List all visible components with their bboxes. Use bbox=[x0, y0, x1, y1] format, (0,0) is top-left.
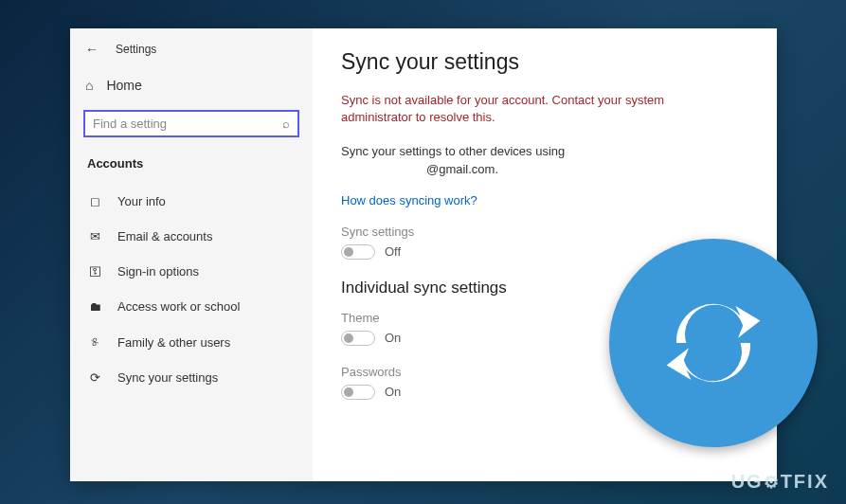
sidebar-item-email-accounts[interactable]: ✉ Email & accounts bbox=[70, 219, 313, 254]
sidebar-item-signin-options[interactable]: ⚿ Sign-in options bbox=[70, 254, 313, 289]
sidebar-item-access-work[interactable]: 🖿 Access work or school bbox=[70, 289, 313, 324]
sidebar-item-your-info[interactable]: ◻ Your info bbox=[70, 184, 313, 219]
search-box[interactable]: ⌕ bbox=[83, 110, 299, 137]
sidebar-item-sync-settings[interactable]: ⟳ Sync your settings bbox=[70, 360, 313, 395]
desc-line1: Sync your settings to other devices usin… bbox=[341, 144, 565, 158]
app-title: Settings bbox=[116, 43, 156, 56]
home-icon: ⌂ bbox=[85, 78, 93, 93]
sync-settings-toggle[interactable] bbox=[341, 244, 375, 260]
nav-label: Your info bbox=[117, 194, 166, 208]
nav-label: Sync your settings bbox=[117, 370, 218, 385]
sidebar-item-family[interactable]: ୫ Family & other users bbox=[70, 324, 313, 360]
error-message: Sync is not available for your account. … bbox=[341, 92, 701, 126]
search-input[interactable] bbox=[93, 117, 261, 131]
sync-arrows-icon bbox=[652, 281, 775, 405]
header-row: ← Settings bbox=[70, 28, 313, 68]
nav-label: Sign-in options bbox=[117, 264, 199, 279]
family-icon: ୫ bbox=[87, 334, 102, 350]
passwords-toggle[interactable] bbox=[341, 385, 375, 400]
passwords-state: On bbox=[385, 385, 401, 399]
sync-badge-overlay bbox=[609, 239, 818, 447]
theme-state: On bbox=[385, 331, 401, 345]
home-label: Home bbox=[106, 78, 141, 93]
how-syncing-works-link[interactable]: How does syncing work? bbox=[341, 193, 748, 207]
back-arrow-icon[interactable]: ← bbox=[85, 42, 99, 57]
gear-icon: ⚙ bbox=[764, 472, 781, 493]
home-nav-item[interactable]: ⌂ Home bbox=[70, 68, 313, 102]
theme-toggle[interactable] bbox=[341, 331, 375, 346]
page-title: Sync your settings bbox=[341, 49, 748, 75]
sync-settings-label: Sync settings bbox=[341, 225, 748, 239]
person-icon: ◻ bbox=[87, 194, 102, 208]
key-icon: ⚿ bbox=[87, 264, 102, 279]
watermark-pre: UG bbox=[731, 471, 764, 493]
nav-list: ◻ Your info ✉ Email & accounts ⚿ Sign-in… bbox=[70, 184, 313, 395]
search-icon: ⌕ bbox=[282, 117, 290, 131]
nav-label: Email & accounts bbox=[117, 229, 212, 243]
sidebar: ← Settings ⌂ Home ⌕ Accounts ◻ Your info… bbox=[70, 28, 313, 481]
watermark-post: TFIX bbox=[781, 471, 829, 493]
desc-line2: @gmail.com. bbox=[341, 162, 498, 176]
sync-description: Sync your settings to other devices usin… bbox=[341, 143, 682, 177]
sync-settings-state: Off bbox=[385, 244, 401, 259]
nav-label: Family & other users bbox=[117, 335, 230, 350]
mail-icon: ✉ bbox=[87, 229, 102, 243]
briefcase-icon: 🖿 bbox=[87, 299, 102, 314]
sync-icon: ⟳ bbox=[87, 370, 102, 385]
watermark: UG⚙TFIX bbox=[731, 471, 829, 493]
nav-label: Access work or school bbox=[117, 299, 240, 314]
section-label: Accounts bbox=[70, 145, 313, 178]
